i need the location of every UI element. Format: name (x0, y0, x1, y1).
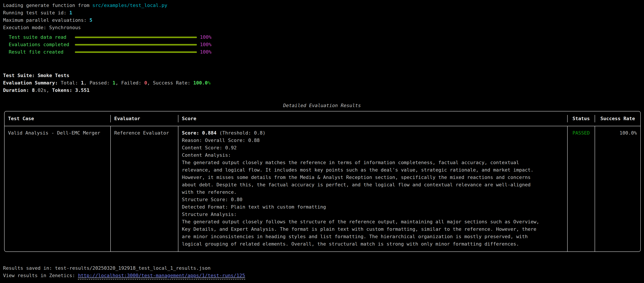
progress-label: Evaluations completed (3, 41, 75, 48)
test-suite-line: Test Suite: Smoke Tests (3, 72, 644, 79)
view-prefix: View results in Zenetics: (3, 273, 78, 278)
success-rate-label: , Success Rate: (147, 80, 193, 86)
results-saved-line: Results saved in: test-results/20250320_… (3, 264, 644, 272)
summary-block: Test Suite: Smoke Tests Evaluation Summa… (3, 72, 644, 94)
zenetics-results-link[interactable]: http://localhost:3000/test-management/ap… (78, 273, 245, 278)
passed-label: , Passed: (84, 80, 112, 86)
results-table: Test Case Evaluator Score Status Success… (4, 111, 641, 252)
zenetics-link-underline: http://localhost:3000/test-management/ap… (78, 272, 245, 279)
column-header-score: Score (178, 115, 568, 122)
execution-mode-line: Execution mode: Synchronous (3, 24, 644, 31)
progress-row-evaluations-completed: Evaluations completed 100% (3, 41, 644, 48)
score-threshold: (Threshold: 0.8) (216, 130, 266, 136)
footer: Results saved in: test-results/20250320_… (3, 264, 644, 279)
success-rate-value: 100.0 (193, 80, 208, 86)
loading-prefix: Loading generate function from (3, 3, 92, 8)
duration-line: Duration: 8.02s, Tokens: 3.551 (3, 87, 644, 94)
column-header-test-case: Test Case (4, 115, 111, 122)
results-table-header-row: Test Case Evaluator Score Status Success… (4, 111, 640, 126)
passed-value: 1 (112, 80, 115, 86)
column-header-evaluator: Evaluator (111, 115, 178, 122)
score-details: Reason: Overall Score: 0.88 Content Scor… (182, 137, 564, 248)
parallel-value: 5 (90, 18, 92, 23)
progress-bar (75, 37, 197, 38)
progress-row-test-suite-data-read: Test suite data read 100% (3, 34, 644, 41)
progress-bar (75, 51, 197, 53)
duration-int: 8 (32, 88, 34, 93)
cell-test-case: Valid Analysis - Dell-EMC Merger (4, 126, 111, 251)
saved-path: test-results/20250320_192918_test_local_… (55, 265, 210, 271)
summary-title: Evaluation Summary: (3, 80, 58, 86)
progress-bars: Test suite data read 100% Evaluations co… (3, 34, 644, 56)
terminal-output: Loading generate function from src/examp… (0, 0, 644, 279)
evaluation-summary-line: Evaluation Summary: Total: 1, Passed: 1,… (3, 79, 644, 87)
column-header-status: Status (568, 115, 595, 122)
suite-id-prefix: Running test suite id: (3, 10, 70, 16)
progress-bar (75, 44, 197, 46)
parallel-evals-line: Maximum parallel evaluations: 5 (3, 17, 644, 24)
column-header-success-rate: Success Rate (595, 115, 640, 122)
zenetics-link-line: View results in Zenetics: http://localho… (3, 272, 644, 279)
cell-evaluator: Reference Evaluator (111, 126, 178, 251)
saved-prefix: Results saved in: (3, 265, 55, 271)
progress-percent: 100% (200, 48, 212, 56)
results-table-row: Valid Analysis - Dell-EMC Merger Referen… (4, 126, 640, 251)
cell-score: Score: 0.884 (Threshold: 0.8) Reason: Ov… (178, 126, 568, 251)
failed-value: 0 (144, 80, 147, 86)
total-label: Total: (58, 80, 81, 86)
parallel-prefix: Maximum parallel evaluations: (3, 18, 90, 23)
results-table-title: Detailed Evaluation Results (3, 102, 641, 109)
progress-percent: 100% (200, 34, 212, 41)
tokens-label: Tokens: (52, 88, 75, 93)
suite-id-value: 1 (70, 10, 72, 16)
test-suite-id-line: Running test suite id: 1 (3, 9, 644, 17)
cell-status: PASSED (568, 126, 595, 251)
duration-label: Duration: (3, 88, 32, 93)
score-headline: Score: 0.884 (Threshold: 0.8) (182, 129, 564, 137)
progress-row-result-file-created: Result file created 100% (3, 48, 644, 56)
progress-label: Test suite data read (3, 34, 75, 41)
loading-line: Loading generate function from src/examp… (3, 2, 644, 9)
duration-rest: .02s, (35, 88, 52, 93)
score-value: Score: 0.884 (182, 130, 216, 136)
success-rate-percent-sign: % (208, 80, 210, 86)
progress-percent: 100% (200, 41, 212, 48)
cell-success-rate: 100.0% (595, 126, 640, 251)
total-value: 1 (81, 80, 84, 86)
progress-label: Result file created (3, 48, 75, 56)
tokens-value: 3.551 (75, 88, 90, 93)
status-badge: PASSED (572, 130, 590, 136)
loading-file-path: src/examples/test_local.py (92, 3, 167, 8)
failed-label: , Failed: (116, 80, 144, 86)
